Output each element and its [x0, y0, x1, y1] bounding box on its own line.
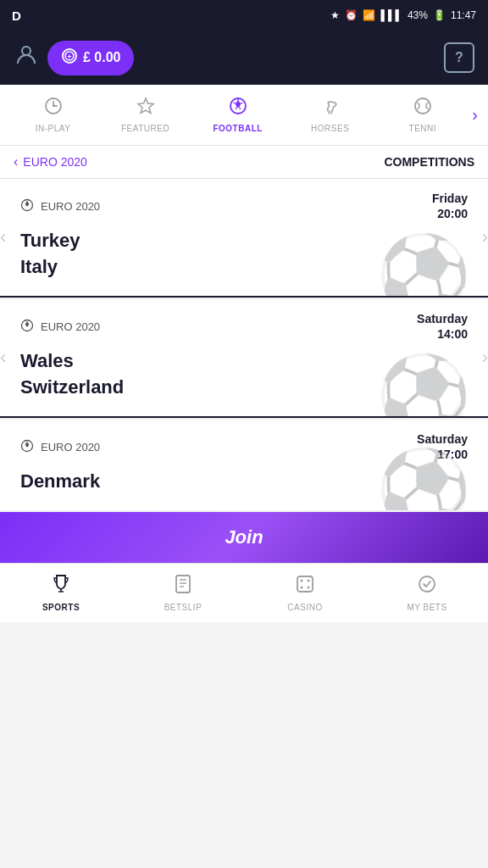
svg-point-30	[301, 587, 303, 589]
match-header-1: EURO 2020 Saturday 14:00	[20, 311, 468, 342]
dice-icon	[295, 574, 315, 599]
match-team1-0: Turkey	[20, 228, 468, 254]
inplay-icon	[44, 97, 63, 120]
svg-rect-26	[297, 576, 313, 592]
bottom-item-mybets[interactable]: MY BETS	[366, 564, 488, 622]
match-hour-0: 20:00	[432, 206, 468, 221]
sport-item-football[interactable]: FOOTBALL	[191, 90, 284, 140]
sport-item-in-play[interactable]: IN-PLAY	[7, 90, 99, 140]
sport-item-featured[interactable]: FEATURED	[99, 90, 191, 140]
status-notification: D	[12, 8, 21, 23]
match-time-0: Friday 20:00	[432, 191, 468, 221]
match-day-0: Friday	[432, 191, 468, 206]
bottom-label-betslip: BETSLIP	[164, 603, 202, 612]
match-hour-2: 17:00	[417, 447, 468, 462]
sport-item-horses[interactable]: HORSES	[284, 90, 376, 140]
match-card-1[interactable]: ‹ EURO 2020 Saturday 14:00 Wales Switzer…	[0, 299, 488, 418]
bottom-label-sports: SPORTS	[42, 603, 80, 612]
join-banner[interactable]: Join	[0, 512, 488, 563]
matches-container: ‹ EURO 2020 Friday 20:00 Turkey Italy ⚽ …	[0, 179, 488, 510]
match-ball-icon-2	[20, 439, 34, 455]
breadcrumb-text: EURO 2020	[23, 155, 86, 169]
status-bar: D ★ ⏰ 📶 ▌▌▌ 43% 🔋 11:47	[0, 0, 488, 31]
sport-label-featured: FEATURED	[121, 124, 169, 133]
match-card-0[interactable]: ‹ EURO 2020 Friday 20:00 Turkey Italy ⚽ …	[0, 179, 488, 298]
match-time-1: Saturday 14:00	[417, 311, 468, 342]
breadcrumb: ‹ EURO 2020 COMPETITIONS	[0, 146, 488, 179]
account-icon[interactable]	[14, 42, 39, 74]
svg-marker-5	[138, 98, 153, 114]
sport-item-tennis[interactable]: TENNI	[376, 90, 469, 140]
battery-label: 43%	[408, 9, 428, 21]
sport-label-tennis: TENNI	[409, 124, 437, 133]
svg-marker-17	[25, 321, 29, 326]
match-competition-name-1: EURO 2020	[41, 320, 100, 333]
svg-point-31	[419, 576, 435, 592]
time-label: 11:47	[451, 9, 476, 21]
svg-line-12	[233, 103, 236, 104]
match-teams-2: Denmark	[20, 469, 468, 495]
match-competition-name-0: EURO 2020	[41, 200, 100, 213]
svg-point-13	[415, 98, 430, 114]
tennis-icon	[413, 97, 432, 120]
match-team2-1: Switzerland	[20, 375, 468, 401]
bottom-item-casino[interactable]: CASINO	[244, 564, 366, 622]
bluetooth-icon: ★	[330, 9, 340, 21]
svg-point-29	[308, 580, 310, 582]
breadcrumb-back[interactable]: ‹ EURO 2020	[14, 154, 87, 170]
status-right-icons: ★ ⏰ 📶 ▌▌▌ 43% 🔋 11:47	[330, 9, 476, 21]
match-card-2[interactable]: EURO 2020 Saturday 17:00 Denmark ⚽	[0, 420, 488, 510]
balance-amount: £ 0.00	[83, 50, 120, 65]
coin-icon: +	[61, 47, 78, 69]
svg-point-0	[22, 47, 30, 55]
trophy-icon	[51, 574, 71, 599]
match-time-2: Saturday 17:00	[417, 431, 468, 462]
svg-marker-19	[25, 442, 29, 447]
bottom-label-casino: CASINO	[287, 603, 322, 612]
header: + £ 0.00 ?	[0, 31, 488, 85]
match-arrow-left-1[interactable]: ‹	[0, 347, 6, 369]
sport-label-in-play: IN-PLAY	[36, 124, 71, 133]
join-label: Join	[225, 526, 263, 548]
svg-marker-15	[25, 201, 29, 206]
more-sports-button[interactable]: ›	[469, 98, 481, 131]
alarm-icon: ⏰	[345, 9, 358, 21]
match-team1-1: Wales	[20, 348, 468, 375]
match-day-1: Saturday	[417, 311, 468, 326]
match-arrow-left-0[interactable]: ‹	[0, 226, 6, 248]
sport-label-horses: HORSES	[311, 124, 349, 133]
svg-point-27	[301, 580, 303, 582]
svg-line-9	[240, 103, 242, 104]
bottom-item-betslip[interactable]: BETSLIP	[122, 564, 244, 622]
svg-line-10	[239, 107, 241, 109]
match-ball-icon-0	[20, 198, 34, 214]
balance-button[interactable]: + £ 0.00	[47, 41, 134, 75]
football-icon	[229, 97, 247, 120]
svg-rect-22	[176, 576, 190, 593]
match-team2-0: Italy	[20, 254, 468, 281]
svg-text:+: +	[67, 53, 71, 61]
bottom-item-sports[interactable]: SPORTS	[0, 564, 122, 622]
sport-label-football: FOOTBALL	[213, 124, 262, 133]
match-competition-name-2: EURO 2020	[41, 441, 100, 453]
match-teams-0: Turkey Italy	[20, 228, 468, 281]
back-arrow-icon: ‹	[14, 154, 18, 170]
match-arrow-right-0[interactable]: ›	[482, 226, 488, 248]
betslip-icon	[173, 574, 193, 599]
svg-line-11	[236, 107, 237, 109]
competitions-link[interactable]: COMPETITIONS	[384, 155, 474, 169]
match-competition-2: EURO 2020	[20, 439, 100, 455]
check-circle-icon	[417, 574, 437, 599]
wifi-icon: 📶	[363, 9, 375, 21]
match-arrow-right-1[interactable]: ›	[482, 347, 488, 369]
sport-nav: IN-PLAY FEATURED FOOTBALL	[0, 85, 488, 146]
featured-icon	[136, 97, 155, 120]
help-button[interactable]: ?	[444, 42, 474, 73]
match-header-0: EURO 2020 Friday 20:00	[20, 191, 468, 221]
svg-point-28	[308, 587, 310, 589]
match-competition-1: EURO 2020	[20, 319, 100, 335]
match-hour-1: 14:00	[417, 326, 468, 342]
question-icon: ?	[455, 50, 463, 65]
horses-icon	[321, 97, 340, 120]
header-left: + £ 0.00	[14, 41, 134, 75]
